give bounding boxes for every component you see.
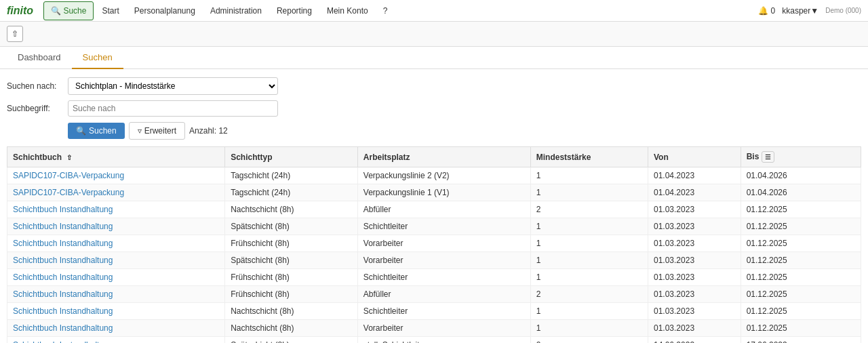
cell-schichtbuch[interactable]: Schichtbuch Instandhaltung bbox=[7, 252, 225, 269]
col-schichttyp: Schichttyp bbox=[225, 147, 358, 167]
cell-von: 01.03.2023 bbox=[648, 286, 741, 303]
table-row: Schichtbuch Instandhaltung Frühschicht (… bbox=[7, 269, 861, 286]
cell-mindestaerke: 1 bbox=[530, 184, 648, 201]
cell-schichttyp: Spätschicht (8h) bbox=[225, 218, 358, 235]
search-form: Suchen nach: Schichtplan - Mindeststärke… bbox=[7, 77, 861, 140]
table-row: SAPIDC107-CIBA-Verpackung Tagschicht (24… bbox=[7, 184, 861, 201]
nav-right: 🔔 0 kkasper▼ Demo (000) bbox=[758, 6, 861, 16]
user-sub: Demo (000) bbox=[825, 7, 861, 14]
column-settings-button[interactable]: ☰ bbox=[762, 151, 774, 163]
cell-arbeitsplatz: Vorarbeiter bbox=[357, 252, 530, 269]
nav-item-personalplanung[interactable]: Personalplanung bbox=[127, 2, 202, 20]
cell-mindestaerke: 1 bbox=[530, 218, 648, 235]
cell-schichttyp: Nachtschicht (8h) bbox=[225, 320, 358, 337]
cell-bis: 01.12.2025 bbox=[741, 286, 861, 303]
table-row: Schichtbuch Instandhaltung Frühschicht (… bbox=[7, 286, 861, 303]
search-button[interactable]: 🔍 Suchen bbox=[68, 123, 125, 139]
cell-mindestaerke: 1 bbox=[530, 235, 648, 252]
cell-arbeitsplatz: stell. Schichtleiter bbox=[357, 337, 530, 344]
cell-arbeitsplatz: Schichtleiter bbox=[357, 303, 530, 320]
search-btn-icon: 🔍 bbox=[76, 126, 86, 136]
cell-schichtbuch[interactable]: Schichtbuch Instandhaltung bbox=[7, 201, 225, 218]
cell-mindestaerke: 1 bbox=[530, 269, 648, 286]
cell-mindestaerke: 1 bbox=[530, 320, 648, 337]
cell-bis: 01.04.2026 bbox=[741, 184, 861, 201]
upload-icon[interactable]: ⇧ bbox=[7, 26, 23, 42]
table-row: Schichtbuch Instandhaltung Nachtschicht … bbox=[7, 320, 861, 337]
search-actions: 🔍 Suchen ▿ Erweitert Anzahl: 12 bbox=[68, 122, 861, 140]
table-body: SAPIDC107-CIBA-Verpackung Tagschicht (24… bbox=[7, 167, 861, 344]
table-row: Schichtbuch Instandhaltung Spätschicht (… bbox=[7, 337, 861, 344]
cell-von: 01.03.2023 bbox=[648, 235, 741, 252]
results-table: Schichtbuch ⇧ Schichttyp Arbeitsplatz Mi… bbox=[7, 146, 861, 343]
top-navigation: finito 🔍 Suche Start Personalplanung Adm… bbox=[0, 0, 868, 22]
nav-items: 🔍 Suche Start Personalplanung Administra… bbox=[43, 1, 758, 20]
table-row: Schichtbuch Instandhaltung Nachtschicht … bbox=[7, 303, 861, 320]
cell-schichtbuch[interactable]: Schichtbuch Instandhaltung bbox=[7, 337, 225, 344]
suchen-nach-dropdown[interactable]: Schichtplan - Mindeststärke bbox=[68, 77, 278, 95]
table-row: Schichtbuch Instandhaltung Spätschicht (… bbox=[7, 252, 861, 269]
cell-schichttyp: Frühschicht (8h) bbox=[225, 235, 358, 252]
cell-von: 01.03.2023 bbox=[648, 269, 741, 286]
cell-mindestaerke: 1 bbox=[530, 252, 648, 269]
result-count: Anzahl: 12 bbox=[189, 126, 228, 136]
col-mindestaerke: Mindeststärke bbox=[530, 147, 648, 167]
search-icon: 🔍 bbox=[51, 6, 61, 16]
cell-schichttyp: Spätschicht (8h) bbox=[225, 337, 358, 344]
logo: finito bbox=[7, 5, 33, 17]
suchbegriff-label: Suchbegriff: bbox=[7, 104, 68, 113]
cell-mindestaerke: 2 bbox=[530, 201, 648, 218]
cell-von: 01.03.2023 bbox=[648, 201, 741, 218]
nav-item-help[interactable]: ? bbox=[376, 2, 395, 20]
nav-item-reporting[interactable]: Reporting bbox=[270, 2, 319, 20]
cell-arbeitsplatz: Schichtleiter bbox=[357, 269, 530, 286]
nav-item-mein-konto[interactable]: Mein Konto bbox=[320, 2, 375, 20]
col-bis: Bis ☰ bbox=[741, 147, 861, 167]
cell-von: 01.03.2023 bbox=[648, 320, 741, 337]
cell-schichttyp: Frühschicht (8h) bbox=[225, 286, 358, 303]
cell-schichtbuch[interactable]: Schichtbuch Instandhaltung bbox=[7, 303, 225, 320]
suchbegriff-input[interactable] bbox=[68, 100, 278, 117]
nav-item-administration[interactable]: Administration bbox=[203, 2, 269, 20]
tab-dashboard[interactable]: Dashboard bbox=[7, 47, 72, 69]
col-schichtbuch[interactable]: Schichtbuch ⇧ bbox=[7, 147, 225, 167]
cell-bis: 01.12.2025 bbox=[741, 218, 861, 235]
cell-arbeitsplatz: Abfüller bbox=[357, 201, 530, 218]
cell-schichtbuch[interactable]: Schichtbuch Instandhaltung bbox=[7, 286, 225, 303]
notification-bell[interactable]: 🔔 0 bbox=[758, 6, 775, 16]
cell-schichttyp: Spätschicht (8h) bbox=[225, 252, 358, 269]
sort-icon-schichtbuch: ⇧ bbox=[66, 154, 72, 161]
cell-von: 01.04.2023 bbox=[648, 184, 741, 201]
filter-icon: ▿ bbox=[138, 126, 142, 136]
suchbegriff-row: Suchbegriff: bbox=[7, 100, 861, 117]
col-arbeitsplatz: Arbeitsplatz bbox=[357, 147, 530, 167]
cell-bis: 01.12.2025 bbox=[741, 269, 861, 286]
cell-schichtbuch[interactable]: SAPIDC107-CIBA-Verpackung bbox=[7, 167, 225, 184]
tab-suchen[interactable]: Suchen bbox=[72, 47, 123, 69]
cell-von: 01.03.2023 bbox=[648, 252, 741, 269]
tabs: Dashboard Suchen bbox=[0, 47, 868, 69]
cell-mindestaerke: 2 bbox=[530, 286, 648, 303]
cell-schichtbuch[interactable]: Schichtbuch Instandhaltung bbox=[7, 235, 225, 252]
cell-schichttyp: Tagschicht (24h) bbox=[225, 184, 358, 201]
cell-mindestaerke: 0 bbox=[530, 337, 648, 344]
table-row: Schichtbuch Instandhaltung Nachtschicht … bbox=[7, 201, 861, 218]
cell-bis: 01.12.2025 bbox=[741, 320, 861, 337]
cell-schichtbuch[interactable]: Schichtbuch Instandhaltung bbox=[7, 320, 225, 337]
cell-von: 01.03.2023 bbox=[648, 303, 741, 320]
cell-arbeitsplatz: Vorarbeiter bbox=[357, 320, 530, 337]
cell-von: 01.03.2023 bbox=[648, 218, 741, 235]
cell-schichtbuch[interactable]: Schichtbuch Instandhaltung bbox=[7, 269, 225, 286]
cell-schichtbuch[interactable]: SAPIDC107-CIBA-Verpackung bbox=[7, 184, 225, 201]
cell-von: 01.04.2023 bbox=[648, 167, 741, 184]
user-name[interactable]: kkasper▼ bbox=[782, 6, 818, 16]
cell-schichtbuch[interactable]: Schichtbuch Instandhaltung bbox=[7, 218, 225, 235]
suchen-nach-row: Suchen nach: Schichtplan - Mindeststärke bbox=[7, 77, 861, 95]
toolbar: ⇧ bbox=[0, 22, 868, 47]
table-row: Schichtbuch Instandhaltung Frühschicht (… bbox=[7, 235, 861, 252]
nav-item-start[interactable]: Start bbox=[95, 2, 125, 20]
cell-mindestaerke: 1 bbox=[530, 303, 648, 320]
cell-schichttyp: Nachtschicht (8h) bbox=[225, 303, 358, 320]
filter-button[interactable]: ▿ Erweitert bbox=[129, 122, 185, 140]
nav-item-suche[interactable]: 🔍 Suche bbox=[43, 1, 94, 20]
